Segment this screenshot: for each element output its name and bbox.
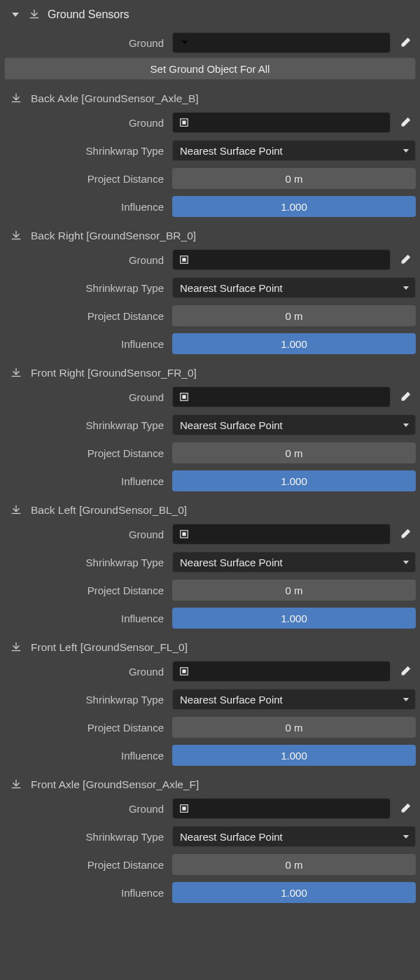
shrinkwrap-dropdown[interactable]: Nearest Surface Point (172, 140, 416, 161)
influence-field[interactable]: 1.000 (172, 745, 416, 766)
project-distance-label: Project Distance (4, 310, 172, 322)
sensor-header[interactable]: Back Right [GroundSensor_BR_0] (4, 227, 416, 249)
shrinkwrap-value: Nearest Surface Point (180, 419, 283, 431)
sensor-title: Back Axle [GroundSensor_Axle_B] (31, 92, 199, 105)
influence-value: 1.000 (281, 338, 307, 350)
object-icon (178, 254, 190, 265)
ground-target-field[interactable] (172, 112, 391, 133)
sensor-block: Back Axle [GroundSensor_Axle_B]GroundShr… (4, 90, 416, 217)
ground-sensors-panel: Ground Sensors Ground Set Ground Object … (0, 0, 420, 903)
sensor-title: Back Right [GroundSensor_BR_0] (31, 230, 196, 242)
sensor-header[interactable]: Front Left [GroundSensor_FL_0] (4, 638, 416, 661)
influence-label: Influence (4, 612, 172, 624)
object-icon (178, 528, 190, 540)
shrinkwrap-row: Shrinkwrap TypeNearest Surface Point (4, 140, 416, 161)
influence-value: 1.000 (281, 887, 307, 899)
sensor-header[interactable]: Front Right [GroundSensor_FR_0] (4, 364, 416, 386)
svg-rect-1 (182, 120, 186, 124)
chevron-down-icon (402, 556, 410, 568)
influence-field[interactable]: 1.000 (172, 882, 416, 903)
influence-field[interactable]: 1.000 (172, 196, 416, 217)
ground-row: Ground (4, 798, 416, 819)
ground-label: Ground (4, 666, 172, 678)
project-distance-row: Project Distance0 m (4, 854, 416, 875)
eyedropper-button[interactable] (395, 112, 416, 133)
shrinkwrap-row: Shrinkwrap TypeNearest Surface Point (4, 414, 416, 435)
svg-rect-11 (182, 806, 186, 810)
panel-ground-field[interactable] (172, 32, 391, 53)
shrinkwrap-panel-icon (28, 8, 41, 21)
object-icon (178, 391, 190, 402)
shrinkwrap-dropdown[interactable]: Nearest Surface Point (172, 826, 416, 847)
project-distance-field[interactable]: 0 m (172, 305, 416, 326)
influence-label: Influence (4, 750, 172, 762)
sensor-header[interactable]: Back Left [GroundSensor_BL_0] (4, 501, 416, 524)
ground-label: Ground (4, 803, 172, 815)
shrinkwrap-row: Shrinkwrap TypeNearest Surface Point (4, 552, 416, 573)
object-icon (178, 117, 190, 128)
object-icon (178, 803, 190, 814)
set-ground-all-button[interactable]: Set Ground Object For All (4, 57, 416, 80)
project-distance-row: Project Distance0 m (4, 580, 416, 601)
shrinkwrap-dropdown[interactable]: Nearest Surface Point (172, 414, 416, 435)
shrinkwrap-row: Shrinkwrap TypeNearest Surface Point (4, 689, 416, 710)
project-distance-label: Project Distance (4, 173, 172, 185)
project-distance-value: 0 m (285, 310, 302, 322)
shrinkwrap-dropdown[interactable]: Nearest Surface Point (172, 689, 416, 710)
influence-value: 1.000 (281, 612, 307, 624)
project-distance-value: 0 m (285, 173, 302, 185)
eyedropper-button[interactable] (395, 524, 416, 545)
ground-target-field[interactable] (172, 249, 391, 270)
eyedropper-button[interactable] (395, 32, 416, 53)
eyedropper-button[interactable] (395, 249, 416, 270)
project-distance-value: 0 m (285, 447, 302, 459)
influence-field[interactable]: 1.000 (172, 333, 416, 354)
svg-rect-7 (182, 532, 186, 536)
influence-field[interactable]: 1.000 (172, 470, 416, 491)
panel-title: Ground Sensors (48, 8, 130, 21)
eyedropper-button[interactable] (395, 661, 416, 682)
eyedropper-button[interactable] (395, 798, 416, 819)
shrinkwrap-dropdown[interactable]: Nearest Surface Point (172, 277, 416, 298)
project-distance-field[interactable]: 0 m (172, 442, 416, 463)
ground-label: Ground (4, 254, 172, 266)
chevron-down-icon (402, 831, 410, 843)
ground-target-field[interactable] (172, 386, 391, 407)
shrinkwrap-icon (10, 778, 22, 791)
ground-target-field[interactable] (172, 798, 391, 819)
eyedropper-button[interactable] (395, 386, 416, 407)
influence-row: Influence1.000 (4, 333, 416, 354)
project-distance-field[interactable]: 0 m (172, 168, 416, 189)
shrinkwrap-row: Shrinkwrap TypeNearest Surface Point (4, 826, 416, 847)
sensor-title: Front Right [GroundSensor_FR_0] (31, 367, 197, 379)
influence-row: Influence1.000 (4, 745, 416, 766)
shrinkwrap-dropdown[interactable]: Nearest Surface Point (172, 552, 416, 573)
panel-header[interactable]: Ground Sensors (4, 4, 416, 28)
shrinkwrap-value: Nearest Surface Point (180, 831, 283, 843)
ground-target-field[interactable] (172, 524, 391, 545)
project-distance-field[interactable]: 0 m (172, 717, 416, 738)
project-distance-field[interactable]: 0 m (172, 580, 416, 601)
shrinkwrap-label: Shrinkwrap Type (4, 694, 172, 706)
project-distance-row: Project Distance0 m (4, 717, 416, 738)
influence-field[interactable]: 1.000 (172, 608, 416, 629)
shrinkwrap-icon (10, 92, 22, 105)
shrinkwrap-value: Nearest Surface Point (180, 282, 283, 294)
sensor-header[interactable]: Back Axle [GroundSensor_Axle_B] (4, 90, 416, 112)
object-icon (178, 666, 190, 677)
sensor-block: Back Left [GroundSensor_BL_0]GroundShrin… (4, 501, 416, 629)
sensor-title: Back Left [GroundSensor_BL_0] (31, 504, 187, 517)
project-distance-row: Project Distance0 m (4, 305, 416, 326)
shrinkwrap-value: Nearest Surface Point (180, 145, 283, 157)
influence-label: Influence (4, 338, 172, 350)
project-distance-value: 0 m (285, 859, 302, 871)
sensor-title: Front Left [GroundSensor_FL_0] (31, 641, 188, 654)
project-distance-field[interactable]: 0 m (172, 854, 416, 875)
svg-rect-5 (182, 395, 186, 398)
shrinkwrap-label: Shrinkwrap Type (4, 831, 172, 843)
ground-target-field[interactable] (172, 661, 391, 682)
sensor-title: Front Axle [GroundSensor_Axle_F] (31, 778, 199, 791)
shrinkwrap-icon (10, 504, 22, 517)
sensor-header[interactable]: Front Axle [GroundSensor_Axle_F] (4, 776, 416, 798)
project-distance-label: Project Distance (4, 859, 172, 871)
